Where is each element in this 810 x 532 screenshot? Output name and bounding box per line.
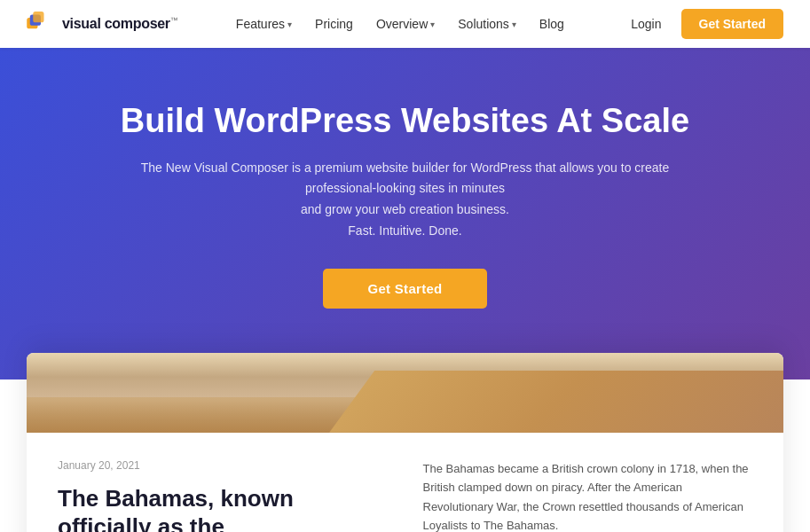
nav-menu: Features ▾ Pricing Overview ▾ Solutions … (227, 12, 573, 36)
content-section: January 20, 2021 The Bahamas, known offi… (27, 353, 783, 532)
hero-section: Build WordPress Websites At Scale The Ne… (0, 48, 810, 379)
get-started-hero-button[interactable]: Get Started (323, 269, 486, 309)
nav-item-overview[interactable]: Overview ▾ (367, 12, 444, 36)
logo-icon (27, 12, 55, 36)
nav-item-features[interactable]: Features ▾ (227, 12, 301, 36)
navbar-actions: Login Get Started (622, 9, 783, 39)
nav-item-pricing[interactable]: Pricing (306, 12, 362, 36)
hero-description: The New Visual Composer is a premium web… (117, 158, 694, 242)
get-started-nav-button[interactable]: Get Started (681, 9, 783, 39)
article-title: The Bahamas, known officially as the Com… (58, 484, 374, 532)
article-date: January 20, 2021 (58, 459, 374, 472)
article-grid: January 20, 2021 The Bahamas, known offi… (27, 433, 783, 532)
login-button[interactable]: Login (622, 12, 670, 36)
logo[interactable]: visual composer™ (27, 12, 177, 36)
logo-text: visual composer™ (62, 16, 177, 32)
svg-rect-2 (33, 12, 43, 22)
chevron-down-icon: ▾ (430, 20, 435, 29)
article-left-column: January 20, 2021 The Bahamas, known offi… (58, 459, 392, 532)
hero-heading: Build WordPress Websites At Scale (27, 101, 783, 142)
chevron-down-icon: ▾ (287, 20, 292, 29)
nav-item-solutions[interactable]: Solutions ▾ (449, 12, 525, 36)
article-body: The Bahamas became a British crown colon… (423, 459, 753, 532)
beach-image (27, 353, 783, 433)
navbar: visual composer™ Features ▾ Pricing Over… (0, 0, 810, 48)
chevron-down-icon: ▾ (512, 20, 516, 29)
nav-item-blog[interactable]: Blog (531, 12, 573, 36)
article-right-column: The Bahamas became a British crown colon… (419, 459, 753, 532)
